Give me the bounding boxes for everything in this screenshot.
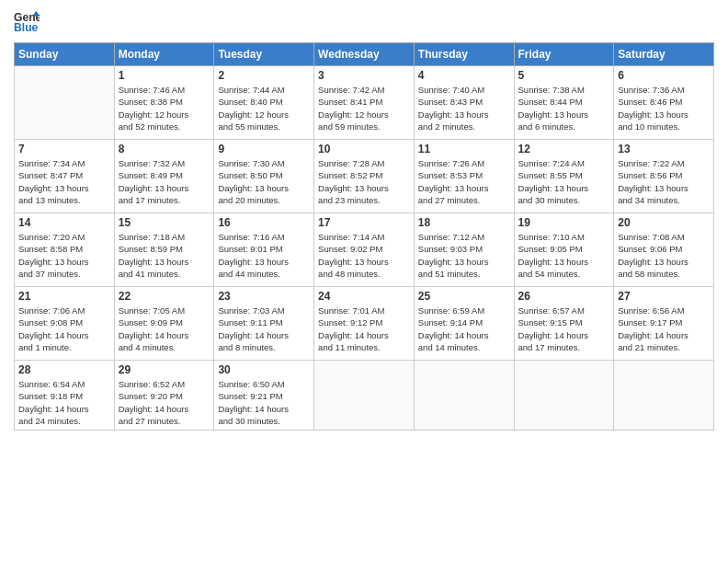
day-number: 3 <box>318 69 410 82</box>
day-number: 4 <box>418 69 510 82</box>
weekday-header-sunday: Sunday <box>15 43 115 66</box>
day-info: Sunrise: 7:24 AMSunset: 8:55 PMDaylight:… <box>518 157 610 206</box>
day-info: Sunrise: 7:40 AMSunset: 8:43 PMDaylight:… <box>418 84 510 132</box>
calendar-table: SundayMondayTuesdayWednesdayThursdayFrid… <box>14 42 714 431</box>
logo-icon: General Blue <box>14 9 40 35</box>
day-info: Sunrise: 6:50 AMSunset: 9:21 PMDaylight:… <box>218 378 310 427</box>
day-info: Sunrise: 7:34 AMSunset: 8:47 PMDaylight:… <box>18 157 110 206</box>
day-info: Sunrise: 7:28 AMSunset: 8:52 PMDaylight:… <box>318 157 410 206</box>
day-number: 17 <box>318 216 410 229</box>
calendar-cell: 20Sunrise: 7:08 AMSunset: 9:06 PMDayligh… <box>614 213 714 287</box>
calendar-cell: 23Sunrise: 7:03 AMSunset: 9:11 PMDayligh… <box>214 287 314 361</box>
calendar-cell <box>314 361 415 431</box>
day-number: 30 <box>218 363 310 376</box>
weekday-header-friday: Friday <box>514 43 614 66</box>
day-number: 6 <box>618 69 710 82</box>
day-number: 11 <box>418 143 510 155</box>
day-number: 15 <box>119 216 210 229</box>
day-number: 5 <box>518 69 610 82</box>
day-number: 10 <box>318 143 410 155</box>
calendar-cell: 3Sunrise: 7:42 AMSunset: 8:41 PMDaylight… <box>314 66 415 140</box>
day-number: 24 <box>318 290 410 303</box>
calendar-cell: 8Sunrise: 7:32 AMSunset: 8:49 PMDaylight… <box>114 140 214 213</box>
calendar-cell: 17Sunrise: 7:14 AMSunset: 9:02 PMDayligh… <box>314 213 415 287</box>
calendar-cell: 9Sunrise: 7:30 AMSunset: 8:50 PMDaylight… <box>214 140 314 213</box>
week-row-1: 7Sunrise: 7:34 AMSunset: 8:47 PMDaylight… <box>15 140 714 213</box>
weekday-header-saturday: Saturday <box>614 43 714 66</box>
day-number: 9 <box>218 143 310 155</box>
weekday-header-thursday: Thursday <box>414 43 514 66</box>
day-number: 23 <box>218 290 310 303</box>
calendar-cell <box>414 361 514 431</box>
day-info: Sunrise: 7:12 AMSunset: 9:03 PMDaylight:… <box>418 231 510 280</box>
weekday-header-wednesday: Wednesday <box>314 43 415 66</box>
calendar-cell <box>614 361 714 431</box>
day-number: 19 <box>518 216 610 229</box>
week-row-2: 14Sunrise: 7:20 AMSunset: 8:58 PMDayligh… <box>15 213 714 287</box>
day-info: Sunrise: 7:22 AMSunset: 8:56 PMDaylight:… <box>618 157 710 206</box>
day-info: Sunrise: 7:46 AMSunset: 8:38 PMDaylight:… <box>119 84 210 132</box>
calendar-cell: 5Sunrise: 7:38 AMSunset: 8:44 PMDaylight… <box>514 66 614 140</box>
calendar-cell: 18Sunrise: 7:12 AMSunset: 9:03 PMDayligh… <box>414 213 514 287</box>
week-row-0: 1Sunrise: 7:46 AMSunset: 8:38 PMDaylight… <box>15 66 714 140</box>
day-info: Sunrise: 7:36 AMSunset: 8:46 PMDaylight:… <box>618 84 710 132</box>
day-info: Sunrise: 7:42 AMSunset: 8:41 PMDaylight:… <box>318 84 410 132</box>
svg-text:Blue: Blue <box>14 21 39 34</box>
calendar-cell: 10Sunrise: 7:28 AMSunset: 8:52 PMDayligh… <box>314 140 415 213</box>
day-info: Sunrise: 7:32 AMSunset: 8:49 PMDaylight:… <box>119 157 210 206</box>
day-info: Sunrise: 6:54 AMSunset: 9:18 PMDaylight:… <box>18 378 110 427</box>
calendar-cell: 1Sunrise: 7:46 AMSunset: 8:38 PMDaylight… <box>114 66 214 140</box>
day-info: Sunrise: 7:14 AMSunset: 9:02 PMDaylight:… <box>318 231 410 280</box>
calendar-cell: 27Sunrise: 6:56 AMSunset: 9:17 PMDayligh… <box>614 287 714 361</box>
day-number: 16 <box>218 216 310 229</box>
day-number: 27 <box>618 290 710 303</box>
day-info: Sunrise: 6:59 AMSunset: 9:14 PMDaylight:… <box>418 304 510 353</box>
day-info: Sunrise: 7:18 AMSunset: 8:59 PMDaylight:… <box>119 231 210 280</box>
day-info: Sunrise: 6:52 AMSunset: 9:20 PMDaylight:… <box>119 378 210 427</box>
calendar-cell <box>15 66 115 140</box>
day-number: 12 <box>518 143 610 155</box>
day-number: 25 <box>418 290 510 303</box>
day-number: 28 <box>18 363 110 376</box>
day-info: Sunrise: 7:01 AMSunset: 9:12 PMDaylight:… <box>318 304 410 353</box>
calendar-cell: 25Sunrise: 6:59 AMSunset: 9:14 PMDayligh… <box>414 287 514 361</box>
day-number: 26 <box>518 290 610 303</box>
week-row-3: 21Sunrise: 7:06 AMSunset: 9:08 PMDayligh… <box>15 287 714 361</box>
day-number: 21 <box>18 290 110 303</box>
day-info: Sunrise: 7:05 AMSunset: 9:09 PMDaylight:… <box>119 304 210 353</box>
day-number: 29 <box>119 363 210 376</box>
day-info: Sunrise: 7:03 AMSunset: 9:11 PMDaylight:… <box>218 304 310 353</box>
calendar-cell: 24Sunrise: 7:01 AMSunset: 9:12 PMDayligh… <box>314 287 415 361</box>
week-row-4: 28Sunrise: 6:54 AMSunset: 9:18 PMDayligh… <box>15 361 714 431</box>
day-number: 22 <box>119 290 210 303</box>
weekday-header-tuesday: Tuesday <box>214 43 314 66</box>
day-info: Sunrise: 7:20 AMSunset: 8:58 PMDaylight:… <box>18 231 110 280</box>
calendar-cell: 12Sunrise: 7:24 AMSunset: 8:55 PMDayligh… <box>514 140 614 213</box>
day-info: Sunrise: 7:44 AMSunset: 8:40 PMDaylight:… <box>218 84 310 132</box>
day-info: Sunrise: 7:30 AMSunset: 8:50 PMDaylight:… <box>218 157 310 206</box>
day-number: 20 <box>618 216 710 229</box>
calendar-cell: 26Sunrise: 6:57 AMSunset: 9:15 PMDayligh… <box>514 287 614 361</box>
calendar-cell: 15Sunrise: 7:18 AMSunset: 8:59 PMDayligh… <box>114 213 214 287</box>
logo: General Blue <box>14 9 40 35</box>
calendar-cell: 14Sunrise: 7:20 AMSunset: 8:58 PMDayligh… <box>15 213 115 287</box>
day-number: 18 <box>418 216 510 229</box>
day-info: Sunrise: 7:06 AMSunset: 9:08 PMDaylight:… <box>18 304 110 353</box>
day-info: Sunrise: 7:26 AMSunset: 8:53 PMDaylight:… <box>418 157 510 206</box>
day-number: 7 <box>18 143 110 155</box>
day-info: Sunrise: 7:38 AMSunset: 8:44 PMDaylight:… <box>518 84 610 132</box>
page: General Blue SundayMondayTuesdayWednesda… <box>0 0 728 563</box>
calendar-cell <box>514 361 614 431</box>
calendar-cell: 29Sunrise: 6:52 AMSunset: 9:20 PMDayligh… <box>114 361 214 431</box>
day-info: Sunrise: 6:56 AMSunset: 9:17 PMDaylight:… <box>618 304 710 353</box>
calendar-cell: 21Sunrise: 7:06 AMSunset: 9:08 PMDayligh… <box>15 287 115 361</box>
weekday-header-monday: Monday <box>114 43 214 66</box>
day-number: 14 <box>18 216 110 229</box>
weekday-header-row: SundayMondayTuesdayWednesdayThursdayFrid… <box>15 43 714 66</box>
day-info: Sunrise: 7:16 AMSunset: 9:01 PMDaylight:… <box>218 231 310 280</box>
calendar-cell: 6Sunrise: 7:36 AMSunset: 8:46 PMDaylight… <box>614 66 714 140</box>
header: General Blue <box>14 9 714 35</box>
day-number: 2 <box>218 69 310 82</box>
calendar-cell: 22Sunrise: 7:05 AMSunset: 9:09 PMDayligh… <box>114 287 214 361</box>
calendar-cell: 2Sunrise: 7:44 AMSunset: 8:40 PMDaylight… <box>214 66 314 140</box>
